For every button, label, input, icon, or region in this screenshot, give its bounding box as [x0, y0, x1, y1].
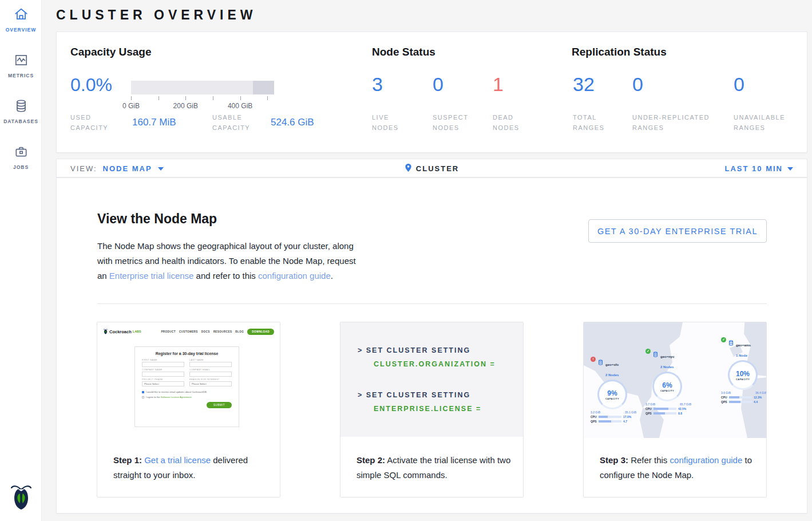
capacity-axis-labels: 0 GiB 200 GiB 400 GiB — [131, 102, 274, 110]
configuration-guide-link[interactable]: configuration guide — [670, 455, 743, 465]
unavailable-ranges-count: 0 — [734, 73, 744, 96]
get-trial-license-link[interactable]: Get a trial license — [144, 455, 211, 465]
capacity-gauge: 6% CAPACITY — [652, 372, 682, 401]
node-count: 1 Node — [736, 354, 747, 357]
capacity-gauge: 9% CAPACITY — [597, 380, 627, 409]
code-line: ENTERPRISE.LICENSE = — [374, 405, 481, 413]
sidebar-item-databases[interactable]: DATABASES — [0, 98, 42, 124]
node-map-panel: View the Node Map The Node Map shows the… — [56, 177, 807, 514]
sidebar-item-label: DATABASES — [0, 119, 42, 124]
code-line: CLUSTER.ORGANIZATION = — [374, 360, 496, 368]
site-nav: PRODUCT CUSTOMERS DOCS RESOURCES BLOG DO… — [161, 329, 274, 335]
node-count: 2 Nodes — [605, 373, 619, 377]
map-node-nyc: ✓ geo=nyc2 Nodes 6% CAPACITY 3.7 GiB65.7… — [645, 350, 695, 415]
live-nodes-label: LIVE NODES — [372, 112, 418, 133]
step-1-caption: Step 1: Get a trial license delivered st… — [113, 453, 270, 483]
field-label: FIRST NAME — [142, 359, 184, 361]
checkbox-unchecked — [142, 396, 144, 398]
node-database-icon — [597, 358, 604, 368]
code-line: > SET CLUSTER SETTING — [358, 346, 470, 354]
site-nav-item: PRODUCT — [161, 330, 176, 333]
site-nav-item: RESOURCES — [213, 330, 232, 333]
axis-label: 0 GiB — [122, 102, 140, 110]
time-range-selector[interactable]: LAST 10 MIN — [725, 159, 793, 178]
get-enterprise-trial-button[interactable]: GET A 30-DAY ENTERPRISE TRIAL — [588, 219, 767, 243]
under-replicated-ranges-label: UNDER-REPLICATED RANGES — [632, 112, 724, 133]
site-brand: Cockroach — [109, 329, 132, 334]
site-nav-item: DOCS — [201, 330, 210, 333]
checkbox-checked — [142, 391, 144, 393]
divider — [97, 303, 767, 304]
node-database-icon — [728, 338, 734, 349]
sidebar-item-overview[interactable]: OVERVIEW — [0, 7, 42, 33]
site-submit-button: SUBMIT — [207, 402, 232, 408]
sidebar-item-jobs[interactable]: JOBS — [0, 144, 42, 170]
map-node-sfo: ! geo=sfo2 Nodes 9% CAPACITY 3.2 GiB35.1… — [591, 358, 640, 423]
home-icon — [14, 14, 29, 23]
chevron-down-icon[interactable] — [787, 167, 793, 171]
text-input — [142, 362, 184, 367]
configuration-guide-link[interactable]: configuration guide — [258, 271, 331, 281]
node-database-icon — [652, 350, 659, 360]
sidebar: OVERVIEW METRICS DATABASES — [0, 0, 42, 521]
view-toolbar: VIEW: NODE MAP CLUSTER LAST 10 MIN — [56, 159, 807, 177]
site-header: Cockroach LABS PRODUCT CUSTOMERS DOCS RE… — [103, 327, 274, 336]
cluster-overview-page: OVERVIEW METRICS DATABASES — [0, 0, 812, 521]
time-range-value[interactable]: LAST 10 MIN — [725, 164, 783, 173]
suspect-nodes-label: SUSPECT NODES — [433, 112, 478, 133]
breadcrumb-cluster: CLUSTER — [416, 164, 459, 173]
capacity-gauge: 10% CAPACITY — [728, 360, 758, 390]
field-label: REASON FOR INTEREST — [189, 378, 232, 381]
node-map-preview: ! geo=sfo2 Nodes 9% CAPACITY 3.2 GiB35.1… — [584, 322, 766, 438]
node-status-title: Node Status — [372, 46, 435, 58]
text-input — [189, 362, 232, 367]
suspect-nodes-count: 0 — [433, 73, 443, 96]
node-locality: geo=ams — [736, 344, 751, 347]
sidebar-item-label: OVERVIEW — [0, 27, 42, 33]
location-pin-icon — [405, 163, 412, 175]
cluster-summary-panel: Capacity Usage 0.0% 0 GiB 200 GiB 400 Gi… — [56, 31, 807, 153]
select-input: Please Select — [189, 381, 232, 386]
intro-text: . — [331, 271, 333, 281]
step-1-card: Cockroach LABS PRODUCT CUSTOMERS DOCS RE… — [97, 322, 280, 498]
code-line: > SET CLUSTER SETTING — [358, 391, 470, 399]
briefcase-icon — [14, 151, 29, 161]
sidebar-item-label: METRICS — [0, 73, 42, 78]
cockroach-labs-mini-logo — [103, 326, 108, 337]
replication-status-title: Replication Status — [572, 46, 667, 58]
usable-capacity-value: 524.6 GiB — [271, 117, 314, 128]
site-nav-item: BLOG — [235, 330, 244, 333]
intro-paragraph: The Node Map shows the geographical layo… — [97, 239, 361, 283]
live-nodes-count: 3 — [372, 73, 383, 96]
metrics-chart-icon — [14, 60, 29, 69]
step-2-card: > SET CLUSTER SETTING CLUSTER.ORGANIZATI… — [340, 322, 524, 498]
unavailable-ranges-label: UNAVAILABLE RANGES — [734, 112, 797, 133]
healthy-badge-icon: ✓ — [645, 349, 651, 354]
field-label: LAST NAME — [189, 359, 232, 361]
sidebar-item-metrics[interactable]: METRICS — [0, 53, 42, 78]
cockroachdb-bug-logo — [0, 481, 42, 513]
capacity-used-percent: 0.0% — [70, 74, 112, 96]
step-3-card: ! geo=sfo2 Nodes 9% CAPACITY 3.2 GiB35.1… — [583, 322, 767, 498]
node-locality: geo=nyc — [660, 355, 675, 358]
map-node-ams: ✓ geo=ams1 Node 10% CAPACITY 3.6 GiB36.4… — [721, 338, 766, 404]
step-3-caption: Step 3: Refer this configuration guide t… — [600, 453, 756, 483]
section-heading: View the Node Map — [97, 211, 217, 227]
dead-nodes-count: 1 — [493, 73, 504, 96]
checkbox-label: I would like to receive email updates ab… — [146, 390, 207, 393]
node-count: 2 Nodes — [660, 365, 674, 369]
step-2-caption: Step 2: Activate the trial license with … — [357, 453, 513, 483]
axis-label: 400 GiB — [228, 102, 252, 110]
site-download-button: DOWNLOAD — [247, 329, 274, 335]
axis-label: 200 GiB — [173, 102, 198, 110]
used-capacity-label: USED CAPACITY — [70, 112, 120, 133]
form-title: Register for a 30-day trial license — [142, 352, 232, 356]
enterprise-trial-license-link[interactable]: Enterprise trial license — [109, 271, 194, 281]
database-icon — [14, 105, 29, 115]
healthy-badge-icon: ✓ — [721, 337, 726, 342]
warning-badge-icon: ! — [591, 357, 596, 362]
select-input: Please Select — [142, 381, 184, 386]
field-label: PROJECT PHASE — [142, 378, 184, 381]
under-replicated-ranges-count: 0 — [632, 73, 643, 96]
text-input — [142, 372, 184, 377]
